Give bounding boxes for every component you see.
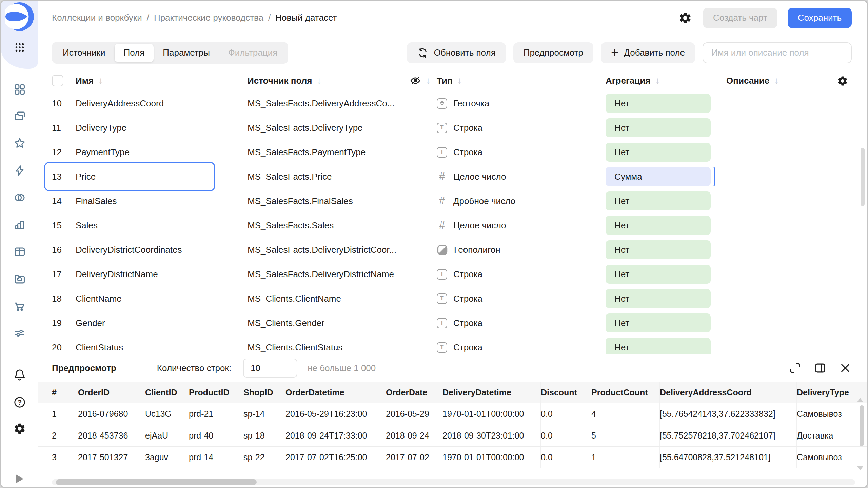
sidebar-item-collections[interactable] <box>10 107 29 126</box>
fields-table-row[interactable]: 16DeliveryDistrictCoordinatesMS_SalesFac… <box>38 238 867 262</box>
sidebar-item-charts[interactable] <box>10 215 29 234</box>
notifications-button[interactable] <box>10 366 29 385</box>
preview-cell: 2017-501327 <box>78 447 145 468</box>
sort-icon[interactable]: ↓ <box>98 75 103 86</box>
sidebar-item-dashboards[interactable] <box>10 80 29 99</box>
aggregation-select[interactable]: Нет <box>606 289 711 308</box>
field-name[interactable]: PaymentType <box>76 147 248 158</box>
sidebar-item-services[interactable] <box>10 324 29 343</box>
fields-table-row[interactable]: 17DeliveryDistrictNameMS_SalesFacts.Deli… <box>38 262 867 286</box>
field-type[interactable]: TСтрока <box>437 147 606 158</box>
field-type[interactable]: #Дробное число <box>437 195 606 207</box>
create-chart-button[interactable]: Создать чарт <box>703 8 777 28</box>
field-type[interactable]: #Целое число <box>437 170 606 183</box>
preview-hscrollbar-thumb[interactable] <box>56 479 257 485</box>
fields-table-row[interactable]: 10DeliveryAddressCoordMS_SalesFacts.Deli… <box>38 91 867 116</box>
collections-folder-icon <box>13 110 26 123</box>
field-type[interactable]: TСтрока <box>437 342 606 353</box>
fields-table-row[interactable]: 15SalesMS_SalesFacts.Sales#Целое числоНе… <box>38 213 867 238</box>
sort-icon[interactable]: ↓ <box>655 75 660 86</box>
sort-icon[interactable]: ↓ <box>426 75 431 86</box>
aggregation-select[interactable]: Нет <box>606 118 711 137</box>
tab-sources[interactable]: Источники <box>54 44 115 62</box>
sidebar-item-editor[interactable] <box>10 161 29 180</box>
row-count-input[interactable] <box>243 359 297 378</box>
aggregation-select[interactable]: Нет <box>606 143 711 162</box>
aggregation-select[interactable]: Нет <box>606 313 711 332</box>
sidebar-collapse-button[interactable] <box>1 470 38 487</box>
field-search-input[interactable] <box>703 42 852 63</box>
field-type[interactable]: TСтрока <box>437 269 606 280</box>
fields-scrollbar-thumb[interactable] <box>861 148 865 206</box>
aggregation-select[interactable]: Нет <box>606 191 711 210</box>
sort-icon[interactable]: ↓ <box>774 75 779 86</box>
fields-table-header: Имя ↓ Источник поля ↓ ↓ Тип ↓ Агрегац <box>38 70 867 91</box>
sort-icon[interactable]: ↓ <box>457 75 462 86</box>
sort-icon[interactable]: ↓ <box>317 75 321 86</box>
aggregation-select[interactable]: Нет <box>606 94 711 113</box>
split-panel-icon[interactable] <box>814 362 827 374</box>
preview-cell: 2018-09-24 <box>386 425 442 446</box>
tab-fields[interactable]: Поля <box>115 44 154 62</box>
field-type[interactable]: Геополигон <box>437 244 606 256</box>
sidebar-settings-button[interactable] <box>10 419 29 438</box>
field-name[interactable]: DeliveryDistrictName <box>76 269 248 280</box>
field-type[interactable]: TСтрока <box>437 318 606 328</box>
refresh-fields-button[interactable]: Обновить поля <box>407 42 506 63</box>
gear-icon <box>13 422 26 435</box>
tab-parameters[interactable]: Параметры <box>154 44 219 62</box>
field-type[interactable]: Геоточка <box>437 98 606 109</box>
eye-off-icon[interactable] <box>410 75 421 86</box>
field-name[interactable]: Sales <box>76 220 248 231</box>
field-name[interactable]: DeliveryDistrictCoordinates <box>76 245 248 255</box>
save-button[interactable]: Сохранить <box>788 8 852 28</box>
field-row-index: 14 <box>52 196 76 206</box>
breadcrumb-item[interactable]: Коллекции и воркбуки <box>52 13 142 23</box>
field-row-index: 17 <box>52 269 76 280</box>
aggregation-select[interactable]: Нет <box>606 216 711 235</box>
dataset-settings-gear-icon[interactable] <box>678 11 693 25</box>
preview-cell: 0.0 <box>541 425 591 446</box>
breadcrumb-item[interactable]: Практические руководства <box>154 13 263 23</box>
expand-icon[interactable] <box>789 362 802 374</box>
help-button[interactable]: ? <box>10 393 29 412</box>
apps-grid-icon[interactable] <box>10 38 29 57</box>
sidebar-item-connections[interactable] <box>10 188 29 207</box>
aggregation-select[interactable]: Сумма <box>606 167 711 186</box>
field-name[interactable]: DeliveryAddressCoord <box>76 98 248 109</box>
field-name[interactable]: Gender <box>76 318 248 328</box>
sidebar-item-marketplace[interactable] <box>10 297 29 316</box>
field-name[interactable]: DeliveryType <box>76 123 248 133</box>
field-type[interactable]: #Целое число <box>437 219 606 231</box>
field-type[interactable]: TСтрока <box>437 293 606 304</box>
field-name[interactable]: ClientName <box>76 293 248 304</box>
field-type[interactable]: TСтрока <box>437 123 606 133</box>
field-row-index: 12 <box>52 147 76 158</box>
scroll-down-arrow-icon[interactable] <box>857 466 863 470</box>
datalens-logo[interactable] <box>5 2 34 31</box>
scroll-up-arrow-icon[interactable] <box>857 398 863 402</box>
field-name[interactable]: ClientStatus <box>76 342 248 353</box>
fields-table-row[interactable]: 20ClientStatusMS_Clients.ClientStatusTСт… <box>38 335 867 354</box>
aggregation-select[interactable]: Нет <box>606 265 711 284</box>
close-icon[interactable] <box>839 362 852 374</box>
fields-table-row[interactable]: 18ClientNameMS_Clients.ClientNameTСтрока… <box>38 286 867 311</box>
preview-toggle-button[interactable]: Предпросмотр <box>513 42 593 63</box>
sidebar-item-datasets[interactable] <box>10 242 29 261</box>
preview-vscrollbar-thumb[interactable] <box>860 405 864 446</box>
fields-table-row[interactable]: 14FinalSalesMS_SalesFacts.FinalSales#Дро… <box>38 189 867 213</box>
fields-table-row[interactable]: 19GenderMS_Clients.GenderTСтрокаНет <box>38 311 867 335</box>
add-field-button[interactable]: + Добавить поле <box>601 42 695 63</box>
sidebar-item-storage[interactable] <box>10 269 29 288</box>
columns-settings-gear-icon[interactable] <box>837 75 848 87</box>
fields-table-row[interactable]: 11DeliveryTypeMS_SalesFacts.DeliveryType… <box>38 116 867 140</box>
preview-hscrollbar-track[interactable] <box>52 479 855 485</box>
select-all-checkbox[interactable] <box>52 75 63 86</box>
aggregation-select[interactable]: Нет <box>606 240 711 259</box>
sidebar-item-favorites[interactable] <box>10 134 29 153</box>
fields-table-row[interactable]: 13PriceMS_SalesFacts.Price#Целое числоСу… <box>38 164 867 189</box>
fields-table-row[interactable]: 12PaymentTypeMS_SalesFacts.PaymentTypeTС… <box>38 140 867 164</box>
field-name[interactable]: Price <box>76 171 248 182</box>
aggregation-select[interactable]: Нет <box>606 338 711 354</box>
field-name[interactable]: FinalSales <box>76 196 248 206</box>
